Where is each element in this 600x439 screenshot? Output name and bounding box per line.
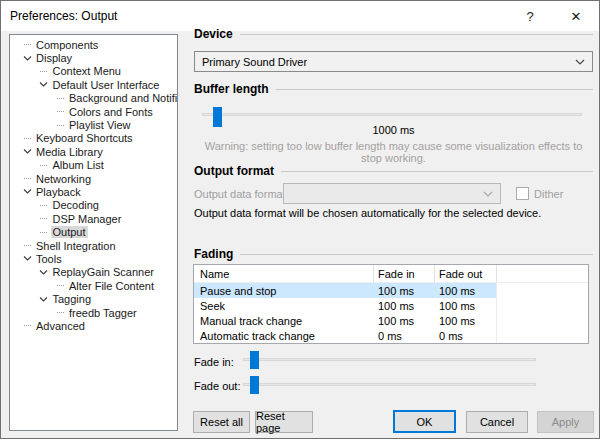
fading-cell: 100 ms [435,298,497,313]
reset-all-button[interactable]: Reset all [193,411,250,433]
fading-row-automatic-track-change[interactable]: Automatic track change0 ms0 ms [194,328,588,343]
apply-button: Apply [537,411,594,433]
reset-page-button[interactable]: Reset page [255,411,313,433]
chevron-down-icon [483,191,493,197]
tree-line-icon [20,245,34,246]
fade-in-slider-track[interactable] [243,358,536,361]
section-divider [276,89,593,90]
tree-item-label: Colors and Fonts [67,106,155,118]
tree-item-label: Context Menu [51,65,123,77]
fading-cell: 100 ms [435,313,497,328]
tree-item-media-library[interactable]: Media Library [10,145,177,158]
tree-item-components[interactable]: Components [10,38,177,51]
column-header-fade-out[interactable]: Fade out [435,265,497,282]
tree-item-label: Output [51,226,88,238]
tree-item-label: Components [34,39,100,51]
fading-row-seek[interactable]: Seek100 ms100 ms [194,298,588,313]
fade-out-label: Fade out: [194,380,240,392]
tree-item-decoding[interactable]: Decoding [10,199,177,212]
fading-cell: 0 ms [374,328,435,343]
tree-item-dsp-manager[interactable]: DSP Manager [10,212,177,225]
tree-item-label: Advanced [34,320,87,332]
buffer-slider-track[interactable] [202,113,582,116]
fading-cell: Automatic track change [194,328,374,343]
fade-in-slider-thumb[interactable] [250,351,259,369]
tree-collapse-icon[interactable] [37,270,51,275]
buffer-section-header: Buffer length [194,82,593,96]
tree-item-playlist-view[interactable]: Playlist View [10,118,177,131]
tree-item-freedb-tagger[interactable]: freedb Tagger [10,306,177,319]
tree-item-display[interactable]: Display [10,51,177,64]
tree-item-label: Display [34,52,74,64]
tree-item-advanced[interactable]: Advanced [10,319,177,332]
fading-row-pause-and-stop[interactable]: Pause and stop100 ms100 ms [194,283,588,298]
tree-line-icon [53,285,67,286]
ok-button[interactable]: OK [393,410,456,433]
tree-item-replaygain-scanner[interactable]: ReplayGain Scanner [10,266,177,279]
fading-cell-filler [497,328,588,343]
tree-line-icon [53,111,67,112]
tree-item-keyboard-shortcuts[interactable]: Keyboard Shortcuts [10,132,177,145]
tree-item-label: Album List [51,159,106,171]
fading-cell: 100 ms [435,283,497,298]
dither-checkbox[interactable] [516,187,529,200]
fading-cell: Seek [194,298,374,313]
tree-line-icon [37,218,51,219]
tree-line-icon [20,178,34,179]
tree-item-label: Playlist View [67,119,133,131]
output-data-format-label: Output data format: [194,188,289,200]
tree-item-background-and-notifications[interactable]: Background and Notifications [10,92,177,105]
tree-item-label: Playback [34,186,83,198]
tree-item-label: Decoding [51,199,101,211]
fade-out-slider-track[interactable] [243,383,536,386]
fading-table: Name Fade in Fade out Pause and stop100 … [193,264,589,344]
fading-header-label: Fading [194,247,233,261]
column-header-name[interactable]: Name [194,265,374,282]
tree-item-label: freedb Tagger [67,307,139,319]
tree-collapse-icon[interactable] [20,56,34,61]
tree-line-icon [37,232,51,233]
tree-collapse-icon[interactable] [37,297,51,302]
tree-item-colors-and-fonts[interactable]: Colors and Fonts [10,105,177,118]
tree-item-output[interactable]: Output [10,225,177,238]
tree-collapse-icon[interactable] [37,82,51,87]
dither-checkbox-label: Dither [534,188,563,200]
tree-item-shell-integration[interactable]: Shell Integration [10,239,177,252]
fading-cell-filler [497,298,588,313]
fading-table-header: Name Fade in Fade out [194,265,588,283]
tree-item-label: Keyboard Shortcuts [34,132,135,144]
tree-item-alter-file-content[interactable]: Alter File Content [10,279,177,292]
tree-item-label: Tagging [51,293,94,305]
tree-item-tools[interactable]: Tools [10,252,177,265]
window-title: Preferences: Output [1,9,507,23]
fading-cell-filler [497,313,588,328]
buffer-value-label: 1000 ms [194,124,593,136]
tree-item-networking[interactable]: Networking [10,172,177,185]
column-header-fade-in[interactable]: Fade in [374,265,435,282]
buffer-header-label: Buffer length [194,82,269,96]
fade-out-slider-thumb[interactable] [250,376,259,394]
tree-item-context-menu[interactable]: Context Menu [10,65,177,78]
tree-item-default-user-interface[interactable]: Default User Interface [10,78,177,91]
output-data-format-select [283,183,501,204]
tree-line-icon [53,125,67,126]
cancel-button[interactable]: Cancel [466,411,528,433]
tree-item-playback[interactable]: Playback [10,185,177,198]
device-header-label: Device [194,27,233,41]
tree-item-tagging[interactable]: Tagging [10,292,177,305]
device-select[interactable]: Primary Sound Driver [194,51,593,72]
tree-collapse-icon[interactable] [20,189,34,194]
fading-table-body: Pause and stop100 ms100 msSeek100 ms100 … [194,283,588,343]
tree-line-icon [37,205,51,206]
fading-row-manual-track-change[interactable]: Manual track change100 ms100 ms [194,313,588,328]
fading-cell: 0 ms [435,328,497,343]
tree-collapse-icon[interactable] [20,149,34,154]
section-divider [240,34,593,35]
tree-item-album-list[interactable]: Album List [10,159,177,172]
fading-cell-filler [497,283,588,298]
fading-section-header: Fading [194,247,593,261]
output-format-section-header: Output format [194,164,593,178]
tree-collapse-icon[interactable] [20,256,34,261]
tree-line-icon [20,138,34,139]
fading-cell: Pause and stop [194,283,374,298]
